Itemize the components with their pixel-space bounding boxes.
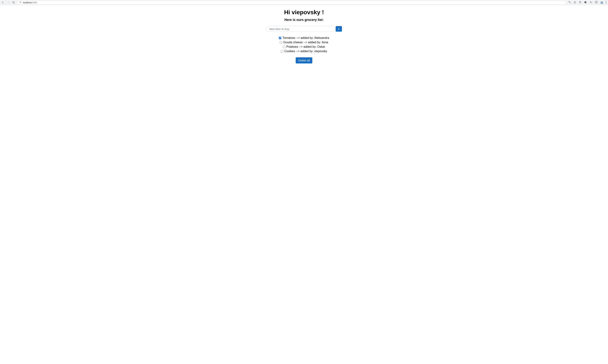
new-item-input[interactable] — [266, 26, 334, 32]
delete-all-button[interactable]: Delete all — [296, 57, 313, 64]
page-title: Hi viepovsky ! — [284, 9, 324, 16]
item-checkbox[interactable] — [279, 37, 281, 39]
item-checkbox[interactable] — [280, 41, 282, 44]
item-checkbox[interactable] — [281, 50, 283, 52]
media-icon[interactable] — [590, 1, 592, 4]
nav-buttons — [1, 1, 15, 4]
site-info-icon[interactable] — [19, 1, 21, 4]
profile-avatar[interactable] — [600, 1, 603, 4]
item-label: Tomatoes --> added by: Aleksandra — [282, 36, 329, 39]
list-item: Cookies --> added by: viepovsky — [281, 50, 327, 53]
item-label: Potatoes --> added by: Oskar — [286, 45, 325, 49]
address-bar[interactable]: localhost:8080 — [17, 0, 566, 5]
forward-icon[interactable] — [7, 1, 10, 4]
list-item: Potatoes --> added by: Oskar — [283, 45, 325, 49]
svg-point-6 — [606, 1, 607, 1]
sidepanel-icon[interactable] — [595, 1, 598, 4]
translate-icon[interactable] — [568, 1, 571, 4]
page-content: Hi viepovsky ! Here is ours grocery list… — [0, 5, 608, 64]
svg-rect-4 — [595, 1, 597, 3]
url-host: localhost — [23, 1, 32, 4]
reload-icon[interactable] — [12, 1, 15, 4]
item-checkbox[interactable] — [283, 46, 285, 48]
svg-point-7 — [606, 2, 607, 2]
share-icon[interactable] — [574, 1, 576, 4]
list-item: Gouda cheese --> added by: Ilona — [280, 41, 328, 44]
item-label: Gouda cheese --> added by: Ilona — [283, 41, 328, 44]
browser-toolbar: localhost:8080 — [0, 0, 608, 5]
add-item-row: + — [266, 26, 342, 32]
bookmark-star-icon[interactable] — [579, 1, 582, 4]
page-subtitle: Here is ours grocery list: — [284, 18, 324, 22]
kebab-menu-icon[interactable] — [606, 1, 607, 4]
url-text: localhost:8080 — [23, 1, 37, 4]
add-item-button[interactable]: + — [336, 26, 342, 32]
url-port: :8080 — [32, 1, 37, 4]
item-label: Cookies --> added by: viepovsky — [284, 50, 327, 53]
back-icon[interactable] — [1, 1, 4, 4]
svg-point-8 — [606, 3, 607, 3]
grocery-list: Tomatoes --> added by: AleksandraGouda c… — [279, 36, 329, 53]
list-item: Tomatoes --> added by: Aleksandra — [279, 36, 329, 39]
toolbar-right — [568, 1, 607, 4]
extensions-icon[interactable] — [584, 1, 587, 4]
